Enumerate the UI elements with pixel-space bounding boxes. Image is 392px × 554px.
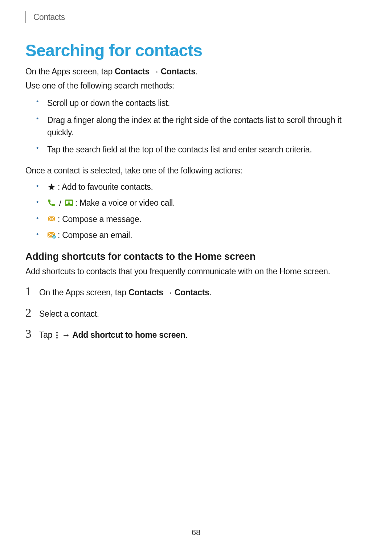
- header-section-label: Contacts: [33, 12, 65, 22]
- subheading: Adding shortcuts for contacts to the Hom…: [25, 251, 366, 262]
- search-methods-list: Scroll up or down the contacts list. Dra…: [25, 97, 366, 156]
- action-favourite: : Add to favourite contacts.: [25, 181, 366, 193]
- svg-point-10: [56, 337, 58, 338]
- action-message: : Compose a message.: [25, 213, 366, 226]
- step-2: 2 Select a contact.: [25, 306, 366, 320]
- svg-point-2: [68, 201, 70, 203]
- list-item: Scroll up or down the contacts list.: [25, 97, 366, 110]
- header-rule: [25, 11, 26, 23]
- action-email: @ : Compose an email.: [25, 229, 366, 242]
- phone-icon: [47, 198, 56, 207]
- page-number: 68: [0, 528, 392, 537]
- intro-line-1: On the Apps screen, tap Contacts→Contact…: [25, 65, 366, 78]
- action-call: / : Make a voice or video call.: [25, 197, 366, 209]
- star-icon: [47, 182, 56, 191]
- bold-add-shortcut: Add shortcut to home screen: [72, 330, 185, 340]
- step-1: 1 On the Apps screen, tap Contacts→Conta…: [25, 285, 366, 299]
- text: Tap: [39, 330, 54, 340]
- video-call-icon: [65, 198, 73, 207]
- svg-point-8: [56, 332, 58, 333]
- step-3: 3 Tap → Add shortcut to home screen.: [25, 327, 366, 341]
- text: On the Apps screen, tap: [25, 67, 115, 76]
- separator: /: [59, 197, 61, 209]
- svg-rect-3: [68, 205, 70, 205]
- once-selected-text: Once a contact is selected, take one of …: [25, 164, 366, 177]
- bold-contacts: Contacts: [175, 288, 209, 297]
- page: Contacts Searching for contacts On the A…: [0, 0, 392, 554]
- arrow-icon: →: [163, 288, 175, 297]
- svg-point-9: [56, 335, 58, 336]
- steps-list: 1 On the Apps screen, tap Contacts→Conta…: [25, 285, 366, 341]
- text: .: [185, 330, 188, 340]
- step-number: 3: [25, 327, 39, 341]
- action-text: : Compose a message.: [58, 213, 142, 226]
- actions-list: : Add to favourite contacts. /: [25, 181, 366, 242]
- text: On the Apps screen, tap: [39, 288, 128, 297]
- step-text: On the Apps screen, tap Contacts→Contact…: [39, 286, 366, 299]
- arrow-icon: →: [150, 67, 161, 76]
- bold-contacts-1: Contacts: [115, 67, 150, 76]
- message-icon: [47, 215, 56, 223]
- action-text: : Make a voice or video call.: [75, 197, 175, 209]
- sub-intro: Add shortcuts to contacts that you frequ…: [25, 265, 366, 278]
- intro-line-2: Use one of the following search methods:: [25, 79, 366, 92]
- page-header: Contacts: [25, 11, 366, 23]
- more-options-icon: [55, 332, 58, 339]
- step-number: 1: [25, 285, 39, 298]
- step-text: Select a contact.: [39, 308, 366, 320]
- bold-contacts-2: Contacts: [161, 67, 196, 76]
- icon-group: [47, 215, 56, 223]
- page-title: Searching for contacts: [25, 41, 366, 60]
- list-item: Tap the search field at the top of the c…: [25, 143, 366, 156]
- bold-contacts: Contacts: [128, 288, 163, 297]
- step-text: Tap → Add shortcut to home screen.: [39, 329, 366, 341]
- action-text: : Compose an email.: [58, 229, 132, 242]
- icon-group: [47, 182, 56, 191]
- text: .: [209, 288, 212, 297]
- icon-group: /: [47, 197, 73, 209]
- email-icon: @: [47, 231, 56, 239]
- arrow-icon: →: [60, 330, 72, 340]
- svg-text:@: @: [53, 235, 55, 239]
- icon-group: @: [47, 231, 56, 239]
- action-text: : Add to favourite contacts.: [58, 181, 153, 193]
- step-number: 2: [25, 306, 39, 320]
- list-item: Drag a finger along the index at the rig…: [25, 114, 366, 139]
- text: .: [196, 67, 198, 76]
